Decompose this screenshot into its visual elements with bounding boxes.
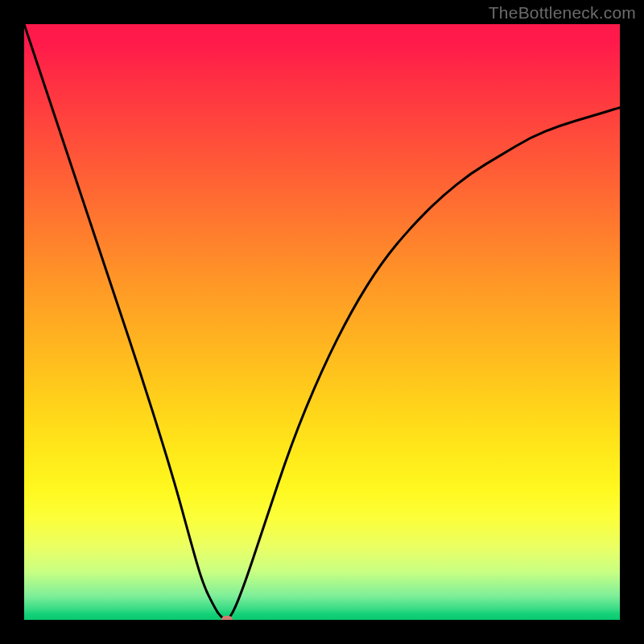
chart-frame: TheBottleneck.com <box>0 0 644 644</box>
minimum-marker <box>221 616 233 620</box>
plot-area <box>24 24 620 620</box>
bottleneck-curve <box>24 24 620 620</box>
watermark-text: TheBottleneck.com <box>489 3 636 23</box>
